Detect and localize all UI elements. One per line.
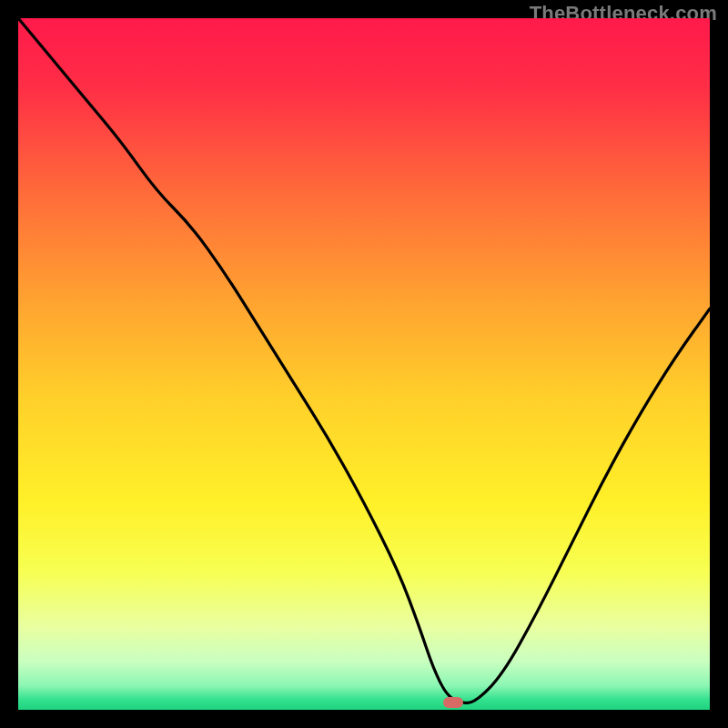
bottleneck-curve xyxy=(18,18,710,710)
plot-area xyxy=(18,18,710,710)
chart-frame: TheBottleneck.com xyxy=(0,0,728,728)
minimum-marker xyxy=(443,697,463,708)
